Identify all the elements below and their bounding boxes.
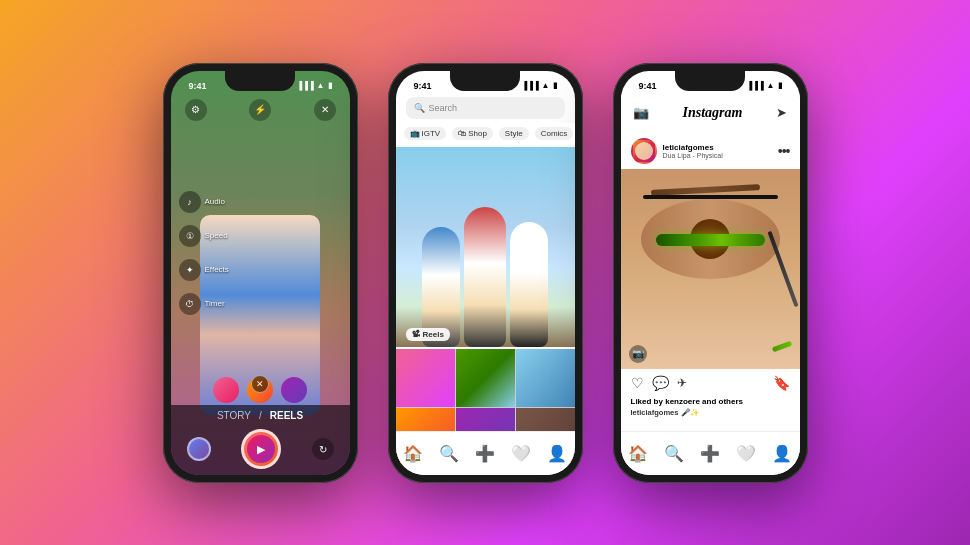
flash-icon[interactable]: ⚡ xyxy=(249,99,271,121)
camera-header-icon[interactable]: 📷 xyxy=(633,105,649,120)
tab-separator: / xyxy=(259,410,262,421)
instagram-logo: Instagram xyxy=(683,105,743,121)
like-icon[interactable]: ♡ xyxy=(631,375,644,391)
save-icon[interactable]: 🔖 xyxy=(773,375,790,391)
phone-1: 9:41 ▐▐▐ ▲ ▮ ⚙ ⚡ ✕ ♪ Audio ① Speed ✦ xyxy=(163,63,358,483)
wifi-icon-2: ▲ xyxy=(542,81,550,90)
effects-label: Effects xyxy=(205,265,229,274)
style-tab[interactable]: Style xyxy=(499,127,529,140)
reels-tab[interactable]: REELS xyxy=(270,410,303,421)
post-camera-overlay-icon: 📷 xyxy=(629,345,647,363)
phone-2-screen: 9:41 ▐▐▐ ▲ ▮ 🔍 Search 📺 IGTV 🛍 Shop Styl xyxy=(396,71,575,475)
flip-camera-icon[interactable]: ↻ xyxy=(312,438,334,460)
post-caption: leticiafgomes 🎤✨ xyxy=(631,408,790,418)
time-3: 9:41 xyxy=(639,81,657,91)
reels-record-icon: ▶ xyxy=(257,443,265,456)
home-nav-icon-3[interactable]: 🏠 xyxy=(628,444,648,463)
status-icons-2: ▐▐▐ ▲ ▮ xyxy=(522,81,557,90)
time-2: 9:41 xyxy=(414,81,432,91)
timer-tool[interactable]: ⏱ Timer xyxy=(179,293,229,315)
speed-label: Speed xyxy=(205,231,228,240)
bottom-navigation-2: 🏠 🔍 ➕ 🤍 👤 xyxy=(396,431,575,475)
speed-icon: ① xyxy=(179,225,201,247)
close-icon[interactable]: ✕ xyxy=(314,99,336,121)
post-user-info: leticiafgomes Dua Lipa - Physical xyxy=(663,143,772,159)
gallery-thumbnail[interactable] xyxy=(187,437,211,461)
add-nav-icon-3[interactable]: ➕ xyxy=(700,444,720,463)
signal-icon-3: ▐▐▐ xyxy=(747,81,764,90)
battery-icon-2: ▮ xyxy=(553,81,557,90)
status-icons-1: ▐▐▐ ▲ ▮ xyxy=(297,81,332,90)
person-2 xyxy=(464,207,506,347)
heart-nav-icon-3[interactable]: 🤍 xyxy=(736,444,756,463)
igtv-tab[interactable]: 📺 IGTV xyxy=(404,127,447,140)
person-3 xyxy=(510,222,548,347)
phone-1-screen: 9:41 ▐▐▐ ▲ ▮ ⚙ ⚡ ✕ ♪ Audio ① Speed ✦ xyxy=(171,71,350,475)
story-tab[interactable]: STORY xyxy=(217,410,251,421)
pink-filter-circle[interactable] xyxy=(213,377,239,403)
eyelashes xyxy=(643,195,778,199)
more-options-icon[interactable]: ••• xyxy=(778,143,790,159)
profile-nav-icon-3[interactable]: 👤 xyxy=(772,444,792,463)
thumbnail-3[interactable] xyxy=(516,349,575,407)
heart-nav-icon[interactable]: 🤍 xyxy=(511,444,531,463)
share-icon[interactable]: ✈ xyxy=(677,376,687,390)
post-username[interactable]: leticiafgomes xyxy=(663,143,772,152)
explore-search-bar[interactable]: 🔍 Search xyxy=(406,97,565,119)
effects-icon: ✦ xyxy=(179,259,201,281)
comment-icon[interactable]: 💬 xyxy=(652,375,669,391)
notch-1 xyxy=(225,71,295,91)
remove-audio-button[interactable]: ✕ xyxy=(251,375,269,393)
camera-controls-row: ▶ ↻ xyxy=(171,429,350,469)
search-nav-icon-3[interactable]: 🔍 xyxy=(664,444,684,463)
style-label: Style xyxy=(505,129,523,138)
caption-username[interactable]: leticiafgomes xyxy=(631,408,679,417)
record-button[interactable]: ▶ xyxy=(241,429,281,469)
record-inner-ring: ▶ xyxy=(247,435,275,463)
post-user-avatar[interactable] xyxy=(631,138,657,164)
igtv-label: IGTV xyxy=(422,129,441,138)
mode-tabs: STORY / REELS xyxy=(217,410,303,421)
bottom-navigation-3: 🏠 🔍 ➕ 🤍 👤 xyxy=(621,431,800,475)
featured-reel-image[interactable]: 📽 Reels xyxy=(396,147,575,347)
notch-2 xyxy=(450,71,520,91)
timer-icon: ⏱ xyxy=(179,293,201,315)
reels-badge: 📽 Reels xyxy=(406,328,450,341)
settings-icon[interactable]: ⚙ xyxy=(185,99,207,121)
phone-2: 9:41 ▐▐▐ ▲ ▮ 🔍 Search 📺 IGTV 🛍 Shop Styl xyxy=(388,63,583,483)
effects-tool[interactable]: ✦ Effects xyxy=(179,259,229,281)
search-placeholder-text: Search xyxy=(429,103,458,113)
thumbnail-1[interactable] xyxy=(396,349,455,407)
green-eyeliner xyxy=(656,234,765,246)
caption-emoji: 🎤✨ xyxy=(681,408,699,417)
add-nav-icon[interactable]: ➕ xyxy=(475,444,495,463)
instagram-header: 📷 Instagram ➤ xyxy=(621,95,800,131)
reels-badge-icon: 📽 xyxy=(412,330,420,339)
camera-tools: ♪ Audio ① Speed ✦ Effects ⏱ Timer xyxy=(179,191,229,315)
profile-nav-icon[interactable]: 👤 xyxy=(547,444,567,463)
battery-icon: ▮ xyxy=(328,81,332,90)
audio-label: Audio xyxy=(205,197,225,206)
camera-bottom-bar: STORY / REELS ▶ ↻ xyxy=(171,405,350,475)
post-engagement: Liked by kenzoere and others leticiafgom… xyxy=(631,397,790,418)
phone-3-screen: 9:41 ▐▐▐ ▲ ▮ 📷 Instagram ➤ leticiafgomes… xyxy=(621,71,800,475)
comics-tab[interactable]: Comics xyxy=(535,127,574,140)
post-actions: ♡ 💬 ✈ 🔖 xyxy=(621,369,800,397)
search-nav-icon[interactable]: 🔍 xyxy=(439,444,459,463)
eye-area xyxy=(641,199,780,279)
speed-tool[interactable]: ① Speed xyxy=(179,225,229,247)
thumbnail-2[interactable] xyxy=(456,349,515,407)
phone-3: 9:41 ▐▐▐ ▲ ▮ 📷 Instagram ➤ leticiafgomes… xyxy=(613,63,808,483)
reels-badge-text: Reels xyxy=(423,330,444,339)
shop-tab[interactable]: 🛍 Shop xyxy=(452,127,493,140)
audio-tool[interactable]: ♪ Audio xyxy=(179,191,229,213)
purple-filter-circle[interactable] xyxy=(281,377,307,403)
comics-label: Comics xyxy=(541,129,568,138)
home-nav-icon[interactable]: 🏠 xyxy=(403,444,423,463)
signal-icon-2: ▐▐▐ xyxy=(522,81,539,90)
time-1: 9:41 xyxy=(189,81,207,91)
direct-messages-icon[interactable]: ➤ xyxy=(776,105,787,120)
explore-category-tabs: 📺 IGTV 🛍 Shop Style Comics TV & Mo... xyxy=(396,123,575,145)
signal-icon: ▐▐▐ xyxy=(297,81,314,90)
search-icon: 🔍 xyxy=(414,103,425,113)
